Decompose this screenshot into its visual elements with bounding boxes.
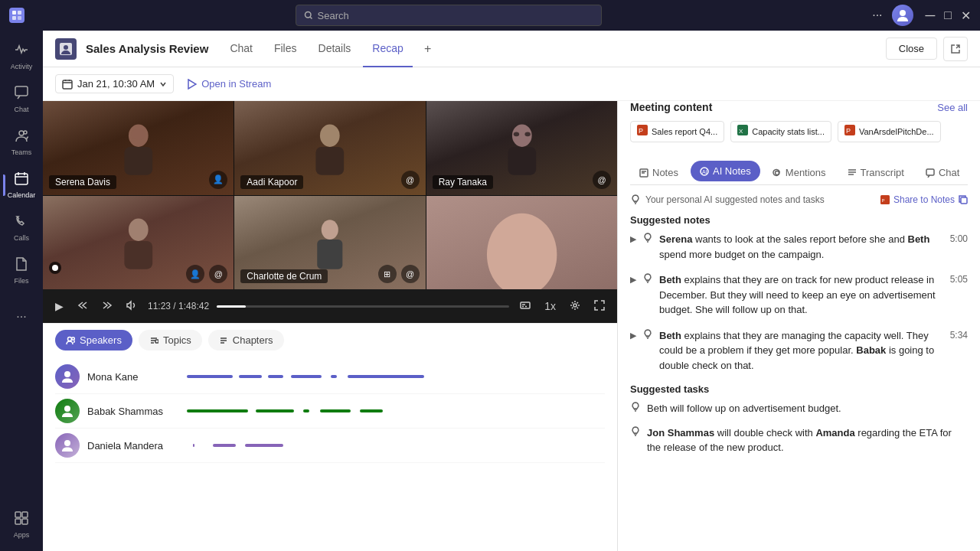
sidebar-item-files[interactable]: Files (3, 251, 40, 291)
tab-details-label: Details (318, 42, 351, 54)
close-meeting-btn[interactable]: Close (886, 37, 937, 60)
meeting-content-section: Meeting content See all P Sales report (618, 101, 980, 152)
captions-btn[interactable] (517, 297, 534, 316)
speed-btn[interactable]: 1x (541, 297, 559, 315)
sidebar-item-calls[interactable]: Calls (3, 208, 40, 248)
speakers-tab-label: Speakers (80, 334, 122, 346)
date-label: Jan 21, 10:30 AM (77, 78, 155, 90)
svg-text:AI: AI (702, 169, 707, 174)
tab-details[interactable]: Details (309, 31, 361, 67)
panel-tab-chat[interactable]: Chat (916, 161, 969, 184)
file-vanarsdelPitch[interactable]: P VanArsdelPitchDe... (838, 121, 941, 142)
svg-rect-39 (155, 340, 158, 343)
note-text-3: Beth explains that they are managing the… (659, 328, 944, 373)
suggested-notes-title: Suggested notes (630, 214, 968, 226)
more-options-btn[interactable]: ··· (872, 8, 882, 22)
svg-text:X: X (739, 128, 743, 135)
chapters-tab-btn[interactable]: Chapters (208, 330, 284, 350)
note-item-2: ▶ Beth explains that they are on track f… (630, 272, 968, 318)
panel-tab-notes[interactable]: Notes (630, 161, 688, 184)
tab-bar: Sales Analysis Review Chat Files Details… (43, 31, 980, 67)
chat-sidebar-icon (15, 86, 28, 103)
svg-text:P: P (846, 127, 851, 135)
more-icon: ··· (16, 310, 26, 324)
tile-menu-btn-charlotte[interactable]: ⊞ (378, 265, 397, 283)
user-avatar[interactable] (892, 5, 913, 26)
tile-at-btn[interactable]: @ (209, 265, 227, 283)
note-time-2: 5:05 (950, 274, 968, 285)
svg-point-7 (19, 131, 24, 135)
video-tile-aadi: Aadi Kapoor @ (234, 101, 425, 195)
add-tab-btn[interactable]: + (416, 37, 440, 61)
close-window-btn[interactable]: ✕ (961, 8, 971, 23)
minimize-btn[interactable]: ─ (926, 8, 936, 24)
rewind-btn[interactable] (74, 297, 91, 316)
panel-tab-transcript[interactable]: Transcript (838, 161, 913, 184)
file-sales-report[interactable]: P Sales report Q4... (630, 121, 724, 142)
note-bulb-3 (642, 329, 653, 342)
forward-btn[interactable] (99, 297, 116, 316)
sidebar-item-teams[interactable]: Teams (3, 122, 40, 162)
speakers-tab-btn[interactable]: Speakers (55, 330, 132, 350)
notes-icon (639, 168, 648, 178)
panel-tab-ai-notes[interactable]: AI AI Notes (691, 161, 760, 181)
task-text-1: Beth will follow up on advertisement bud… (647, 401, 968, 416)
open-stream-btn[interactable]: Open in Stream (186, 78, 271, 90)
speaker-bars-babak (187, 409, 605, 412)
sidebar-item-apps[interactable]: Apps (3, 505, 40, 545)
ai-subtitle-text: Your personal AI suggested notes and tas… (630, 194, 825, 205)
popout-btn[interactable] (943, 37, 968, 61)
bulb-icon-1 (642, 233, 653, 243)
note-item-3: ▶ Beth explains that they are managing t… (630, 328, 968, 373)
svg-point-21 (320, 124, 340, 146)
share-notes-icon: P (880, 195, 890, 204)
tab-files[interactable]: Files (265, 31, 306, 67)
date-selector[interactable]: Jan 21, 10:30 AM (55, 74, 174, 93)
sidebar-item-calendar[interactable]: Calendar (3, 165, 40, 205)
tile-menu-btn-aadi[interactable]: @ (401, 171, 420, 189)
share-notes-btn[interactable]: P Share to Notes (880, 194, 968, 205)
apps-icon (15, 511, 28, 529)
note-arrow-1[interactable]: ▶ (630, 234, 636, 244)
sidebar-item-chat[interactable]: Chat (3, 80, 40, 119)
note-arrow-3[interactable]: ▶ (630, 331, 636, 341)
tile-controls-ray: @ (593, 171, 611, 189)
tile-menu-btn-ray[interactable]: @ (593, 171, 611, 189)
maximize-btn[interactable]: □ (944, 8, 952, 22)
panel-tab-mentions[interactable]: Mentions (763, 161, 835, 184)
participant-avatar-ray (465, 120, 580, 177)
sidebar-item-activity[interactable]: Activity (3, 37, 40, 77)
topics-tab-btn[interactable]: Topics (139, 330, 202, 350)
svg-rect-10 (15, 512, 21, 517)
tile-at-btn-charlotte[interactable]: @ (401, 265, 420, 283)
progress-bar-fill (217, 305, 246, 308)
time-display: 11:23 / 1:48:42 (148, 301, 209, 311)
tile-menu-btn[interactable]: 👤 (209, 171, 227, 189)
file-capacity-stats[interactable]: X Capacity stats list... (730, 121, 831, 142)
speaker-bars-mona (187, 375, 605, 378)
meeting-title: Sales Analysis Review (86, 42, 208, 55)
svg-rect-0 (12, 11, 16, 15)
meeting-content-title: Meeting content (630, 101, 712, 113)
settings-btn[interactable] (567, 297, 583, 316)
volume-btn[interactable] (123, 297, 140, 316)
see-all-btn[interactable]: See all (937, 102, 968, 113)
tab-recap[interactable]: Recap (363, 31, 412, 67)
svg-point-26 (524, 132, 530, 136)
participant-avatar-person1 (81, 214, 196, 271)
apps-sidebar-label: Apps (14, 531, 30, 539)
sidebar-item-more[interactable]: ··· (3, 297, 40, 337)
participant-avatar-charlotte (273, 214, 387, 271)
file-name-vanarsdelPitch: VanArsdelPitchDe... (859, 127, 934, 136)
speaker-row-daniela: Daniela Mandera (55, 429, 605, 463)
play-btn[interactable]: ▶ (52, 297, 67, 315)
search-bar[interactable]: Search (296, 5, 602, 26)
tile-person-btn[interactable]: 👤 (186, 265, 204, 283)
fullscreen-btn[interactable] (591, 297, 608, 316)
chevron-down-icon (159, 80, 167, 88)
task-bulb-icon-2 (630, 426, 641, 437)
progress-bar[interactable] (217, 305, 509, 308)
note-arrow-2[interactable]: ▶ (630, 275, 636, 285)
tab-chat[interactable]: Chat (220, 31, 262, 67)
svg-point-37 (68, 337, 72, 341)
